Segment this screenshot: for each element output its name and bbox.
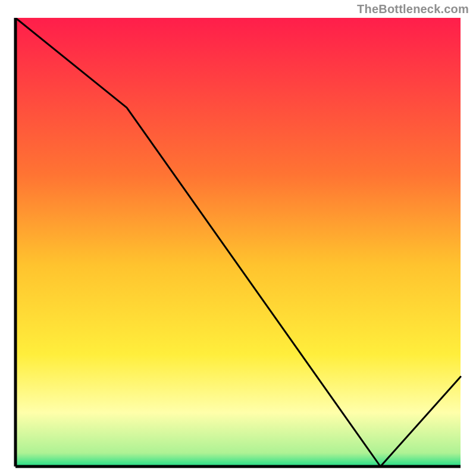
gradient-background — [15, 18, 461, 466]
watermark-text: TheBottleneck.com — [357, 2, 469, 16]
chart-frame: TheBottleneck.com — [0, 0, 476, 476]
plot-area — [12, 18, 464, 470]
line-chart-svg — [12, 18, 464, 470]
